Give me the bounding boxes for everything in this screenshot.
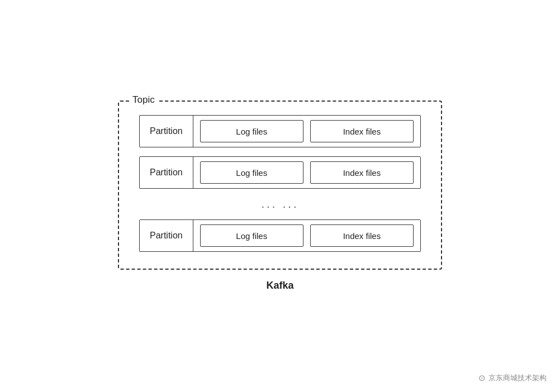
watermark-text: 京东商城技术架构 [488, 373, 547, 383]
index-files-box-1: Index files [310, 120, 414, 142]
diagram-wrapper: Topic Partition Log files Index files Pa… [118, 101, 442, 291]
index-files-box-3: Index files [310, 224, 414, 247]
partition-row-3: Partition Log files Index files [139, 219, 421, 252]
log-files-box-3: Log files [200, 224, 303, 247]
files-group-3: Log files Index files [193, 220, 420, 251]
watermark: ⊙ 京东商城技术架构 [478, 373, 547, 383]
main-container: Topic Partition Log files Index files Pa… [0, 0, 560, 392]
topic-label: Topic [129, 94, 158, 106]
log-files-box-2: Log files [200, 161, 303, 184]
files-group-2: Log files Index files [193, 157, 420, 188]
index-files-box-2: Index files [310, 161, 414, 184]
topic-box: Topic Partition Log files Index files Pa… [118, 101, 442, 270]
partition-row-2: Partition Log files Index files [139, 156, 421, 189]
partition-label-3: Partition [140, 220, 193, 251]
files-group-1: Log files Index files [193, 116, 420, 147]
watermark-icon: ⊙ [478, 373, 486, 383]
partition-row-1: Partition Log files Index files [139, 115, 421, 147]
kafka-label: Kafka [266, 280, 293, 291]
ellipsis: ... ... [139, 198, 421, 211]
partition-label-2: Partition [140, 157, 193, 188]
partition-label-1: Partition [140, 116, 193, 147]
log-files-box-1: Log files [200, 120, 303, 142]
